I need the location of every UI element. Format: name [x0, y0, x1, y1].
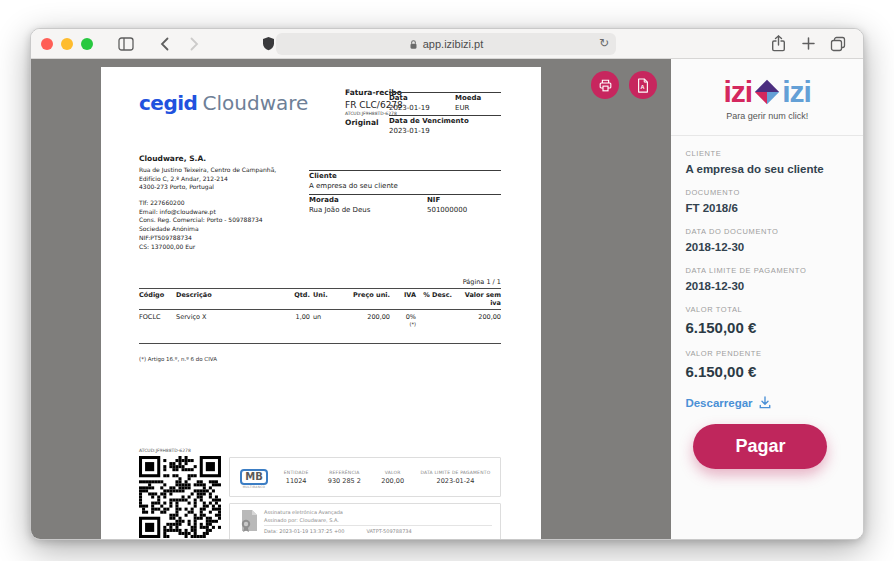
supplier-address-line: Edifício C, 2.º Andar, 212-214 — [139, 175, 276, 184]
multibanco-payment-box: MB MULTIBANCO ENTIDADE 11024 REFERÊNCIA … — [229, 457, 501, 497]
supplier-info-line: NIF:PT509788734 — [139, 234, 276, 243]
payment-sidebar: izi izi Para gerir num click! CLIENTE A … — [671, 59, 863, 540]
logo-izi-right: izi — [782, 75, 811, 109]
cell-uni: un — [310, 313, 330, 327]
invoice-page: cegid Cloudware Fatura-recibo FR CLC/627… — [101, 67, 541, 540]
address-bar[interactable]: app.izibizi.pt ↻ — [276, 33, 616, 55]
col-iva: IVA — [390, 291, 416, 307]
new-tab-icon[interactable] — [797, 33, 819, 55]
cell-iva: 0%(*) — [390, 313, 416, 327]
logo-cegid-text: cegid — [139, 91, 197, 115]
signature-vat: VATPT-509788734 — [366, 528, 411, 534]
vencimento-value: 2023-01-19 — [389, 127, 430, 135]
col-preco: Preço uni. — [330, 291, 390, 307]
reload-icon[interactable]: ↻ — [599, 36, 609, 50]
supplier-block: Cloudware, S.A. Rua de Justino Teixeira,… — [139, 154, 276, 251]
data-label: Data — [389, 92, 455, 102]
document-viewer: A cegid Cloudware Fatura-recibo FR CLC/6… — [31, 59, 671, 540]
cegid-cloudware-logo: cegid Cloudware — [139, 91, 308, 115]
mb-field: REFERÊNCIA 930 285 2 — [320, 470, 368, 485]
mb-field: ENTIDADE 11024 — [272, 470, 320, 485]
lock-icon — [409, 39, 418, 50]
tab-overview-icon[interactable] — [827, 33, 849, 55]
download-icon — [759, 396, 771, 409]
col-descricao: Descrição — [176, 291, 276, 307]
table-header-row: Código Descrição Qtd. Uni. Preço uni. IV… — [139, 288, 501, 310]
cell-desc — [416, 313, 452, 327]
traffic-lights — [41, 38, 93, 50]
col-qtd: Qtd. — [276, 291, 310, 307]
close-button[interactable] — [41, 38, 53, 50]
field-data-documento: DATA DO DOCUMENTO 2018-12-30 — [685, 227, 849, 253]
forward-icon[interactable] — [183, 33, 205, 55]
col-uni: Uni. — [310, 291, 330, 307]
iva-note: (*) — [390, 321, 416, 327]
browser-window: app.izibizi.pt ↻ A — [30, 28, 864, 540]
supplier-name: Cloudware, S.A. — [139, 154, 276, 163]
minimize-button[interactable] — [61, 38, 73, 50]
field-valor-total: VALOR TOTAL 6.150,00 € — [685, 305, 849, 336]
moeda-value: EUR — [455, 104, 501, 112]
line-items-table: Código Descrição Qtd. Uni. Preço uni. IV… — [139, 288, 501, 344]
supplier-info-line: CS: 137000,00 Eur — [139, 243, 276, 252]
tax-note: (*) Artigo 16.º, n.º 6 do CIVA — [139, 356, 217, 362]
qr-code — [139, 456, 221, 538]
signature-box: Assinatura eletrónica Avançada Assinado … — [229, 503, 501, 540]
morada-value: Rua João de Deus — [309, 206, 427, 214]
table-row: FOCLC Serviço X 1,00 un 200,00 0%(*) 200… — [139, 310, 501, 330]
field-cliente: CLIENTE A empresa do seu cliente — [685, 149, 849, 175]
supplier-address-line: Rua de Justino Teixeira, Centro de Campa… — [139, 166, 276, 175]
izibizi-logo: izi izi Para gerir num click! — [685, 75, 849, 121]
supplier-address-line: 4300-273 Porto, Portugal — [139, 183, 276, 192]
atcud-footer: ATCUD:JF9H88TD-6278 — [139, 448, 191, 453]
sidebar-divider — [671, 135, 863, 136]
field-documento: DOCUMENTO FT 2018/6 — [685, 188, 849, 214]
col-desc: % Desc. — [416, 291, 452, 307]
vencimento-label: Data de Vencimento — [389, 115, 501, 125]
sidebar-toggle-icon[interactable] — [115, 33, 137, 55]
supplier-info-line: Cons. Reg. Comercial: Porto - 509788734 — [139, 216, 276, 225]
cell-preco: 200,00 — [330, 313, 390, 327]
data-value: 2023-01-19 — [389, 104, 455, 112]
cliente-label: Cliente — [309, 170, 501, 180]
url-text: app.izibizi.pt — [423, 38, 484, 50]
svg-text:A: A — [641, 84, 645, 90]
certificate-icon — [234, 507, 264, 536]
multibanco-logo: MB MULTIBANCO — [236, 465, 272, 489]
supplier-info-line: Email: info@cloudware.pt — [139, 208, 276, 217]
nif-label: NIF — [427, 194, 501, 204]
print-button[interactable] — [591, 71, 619, 99]
cliente-value: A empresa do seu cliente — [309, 180, 501, 194]
supplier-info-line: Sociedade Anónima — [139, 225, 276, 234]
logo-tagline: Para gerir num click! — [685, 111, 849, 121]
back-icon[interactable] — [153, 33, 175, 55]
moeda-label: Moeda — [455, 92, 501, 102]
cell-qtd: 1,00 — [276, 313, 310, 327]
morada-label: Morada — [309, 194, 427, 204]
browser-toolbar: app.izibizi.pt ↻ — [31, 29, 863, 59]
document-dates-block: Data Moeda 2023-01-19 EUR Data de Vencim… — [389, 92, 501, 138]
cell-valor: 200,00 — [452, 313, 501, 327]
mb-mark: MB — [240, 469, 268, 485]
share-icon[interactable] — [767, 33, 789, 55]
page-number: Página 1 / 1 — [463, 278, 501, 286]
logo-cloudware-text: Cloudware — [203, 91, 309, 115]
logo-izi-left: izi — [724, 75, 753, 109]
mb-sub-label: MULTIBANCO — [236, 485, 272, 489]
nif-value: 501000000 — [427, 206, 501, 214]
mb-field: VALOR 200,00 — [369, 470, 417, 485]
col-valor: Valor sem iva — [452, 291, 501, 307]
col-codigo: Código — [139, 291, 176, 307]
download-pdf-button[interactable]: A — [629, 71, 657, 99]
logo-b-glyph — [754, 78, 780, 106]
pay-button[interactable]: Pagar — [693, 424, 827, 469]
field-data-limite: DATA LIMITE DE PAGAMENTO 2018-12-30 — [685, 266, 849, 292]
pdf-file-icon: A — [636, 78, 650, 93]
field-valor-pendente: VALOR PENDENTE 6.150,00 € — [685, 349, 849, 380]
zoom-button[interactable] — [81, 38, 93, 50]
client-block: Cliente A empresa do seu cliente Morada … — [309, 170, 501, 218]
mb-field: DATA LIMITE DE PAGAMENTO 2023-01-24 — [417, 470, 494, 485]
signature-line2: Assinado por: Cloudware, S.A. — [264, 517, 492, 523]
cell-descricao: Serviço X — [176, 313, 276, 327]
download-link[interactable]: Descarregar — [685, 396, 849, 409]
